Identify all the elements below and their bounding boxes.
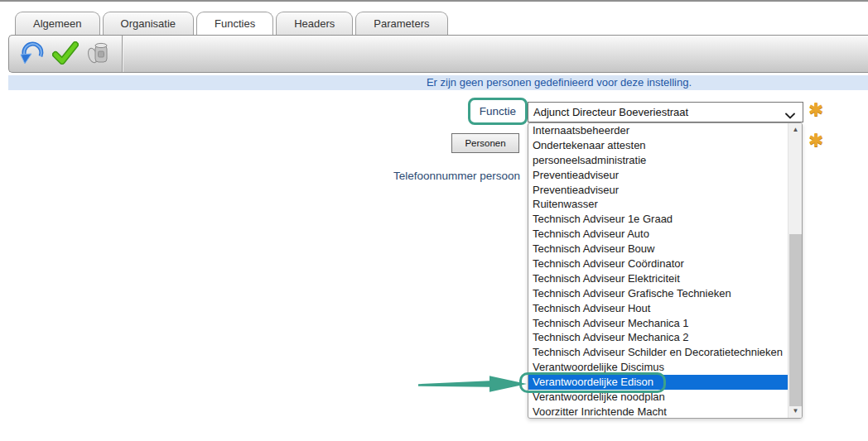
functie-select-value: Adjunct Directeur Boeveriestraat [533,106,688,118]
dropdown-option[interactable]: Technisch Adviseur Hout [528,301,788,316]
toolbar [8,35,868,73]
undo-button[interactable] [16,37,49,70]
window-top-border [0,0,868,2]
info-bar: Er zijn geen personen gedefinieerd voor … [8,75,868,90]
functie-select[interactable]: Adjunct Directeur Boeveriestraat [528,102,803,122]
dropdown-option[interactable]: Technisch Adviseur Bouw [528,242,788,256]
delete-button[interactable] [82,37,115,70]
tab[interactable]: Organisatie [103,12,194,35]
tab[interactable]: Parameters [355,12,447,35]
tab[interactable]: Headers [276,12,353,35]
dropdown-option[interactable]: Technisch Adviseur Coördinator [528,256,788,271]
toolbar-separator [122,36,123,72]
tab[interactable]: Functies [196,12,273,35]
scroll-down-arrow[interactable]: ▼ [788,405,803,417]
personen-button[interactable]: Personen [451,133,519,153]
annotation-box-functie: Functie [468,98,528,125]
tab[interactable]: Algemeen [15,12,100,35]
dropdown-option[interactable]: Technisch Adviseur Auto [528,227,788,242]
undo-icon [19,41,46,68]
confirm-check-icon [52,41,79,67]
dropdown-scrollbar[interactable]: ▲ ▼ [788,123,802,418]
annotation-box-edison [519,372,666,393]
dropdown-option[interactable]: personeelsadministratie [528,153,788,168]
required-icon: ✱ [808,130,823,151]
dropdown-option[interactable]: Technisch Adviseur Elektriciteit [528,271,788,286]
dropdown-option[interactable]: Ondertekenaar attesten [528,138,788,153]
scroll-thumb[interactable] [789,234,802,406]
dropdown-option[interactable]: Ruitenwasser [528,197,788,212]
dropdown-option[interactable]: Preventieadviseur [528,183,788,198]
dropdown-option[interactable]: Technisch Adviseur 1e Graad [528,212,788,227]
dropdown-option[interactable]: Technisch Adviseur Mechanica 1 [528,316,788,331]
chevron-down-icon [785,109,795,122]
annotation-arrow [418,373,530,395]
dropdown-option[interactable]: Technisch Adviseur Grafische Technieken [528,286,788,301]
tab-bar: AlgemeenOrganisatieFunctiesHeadersParame… [15,12,448,35]
required-icon: ✱ [808,99,823,121]
info-message: Er zijn geen personen gedefinieerd voor … [250,75,868,90]
scroll-up-arrow[interactable]: ▲ [788,124,803,136]
trash-icon [84,41,113,68]
functie-label: Functie [480,105,516,117]
dropdown-option[interactable]: Internaatsbeheerder [528,123,788,138]
page: AlgemeenOrganisatieFunctiesHeadersParame… [0,0,868,441]
telefoonnummer-label: Telefoonnummer persoon [315,170,520,182]
dropdown-option[interactable]: Technisch Adviseur Schilder en Decoratie… [528,345,788,360]
dropdown-option[interactable]: Preventieadviseur [528,168,788,183]
dropdown-option[interactable]: Technisch Adviseur Mechanica 2 [528,330,788,345]
dropdown-option[interactable]: Voorzitter Inrichtende Macht [528,405,788,419]
confirm-button[interactable] [49,37,82,70]
